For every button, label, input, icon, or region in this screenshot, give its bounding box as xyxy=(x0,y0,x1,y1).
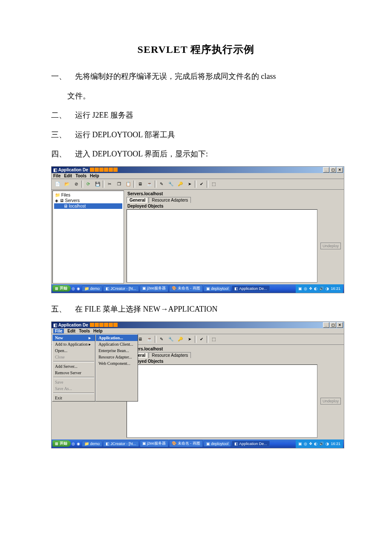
menu-new[interactable]: New▸ xyxy=(52,335,95,341)
close-button[interactable]: ✕ xyxy=(337,322,343,328)
tool-key-icon[interactable]: 🔑 xyxy=(176,180,184,188)
menu-bar: File Edit Tools Help xyxy=(52,173,344,179)
menu-new-web-component[interactable]: Web Component... xyxy=(96,360,138,367)
menu-remove-server[interactable]: Remove Server xyxy=(52,370,95,376)
tool-paste-icon[interactable]: 📋 xyxy=(124,180,133,188)
screenshot-1: ◧ Application De _ ▢ ✕ File Edit Tools H… xyxy=(51,166,344,293)
undeploy-button[interactable]: Undeploy xyxy=(320,398,341,405)
tree-localhost[interactable]: 🖥 localhost xyxy=(54,203,122,209)
task-demo[interactable]: 📁 demo xyxy=(82,441,102,447)
tool-open-icon[interactable]: 📂 xyxy=(63,180,71,188)
tool-check-icon[interactable]: ✔ xyxy=(197,180,206,188)
deployed-objects-list[interactable] xyxy=(127,209,317,283)
tab-general[interactable]: General xyxy=(127,197,148,203)
task-j2ee[interactable]: ▣ j2ee服务器 xyxy=(140,285,169,292)
menu-new-resource-adapter[interactable]: Resource Adapter... xyxy=(96,354,138,360)
tray-icon[interactable]: 🔊 xyxy=(319,442,324,446)
tree-files[interactable]: 📁 Files xyxy=(54,192,122,198)
menu-add-server[interactable]: Add Server... xyxy=(52,363,95,370)
quicklaunch-icon[interactable]: ◉ xyxy=(77,286,81,291)
minimize-button[interactable]: _ xyxy=(323,322,329,328)
tool-edit-icon[interactable]: ✎ xyxy=(157,180,166,188)
tool-ejb-icon[interactable]: ☕ xyxy=(145,180,154,188)
minimize-button[interactable]: _ xyxy=(323,167,329,173)
tool-arrow-icon[interactable]: ➤ xyxy=(185,180,194,188)
tray-icon[interactable]: ▣ xyxy=(298,286,302,291)
tray-icon[interactable]: ◑ xyxy=(326,286,329,291)
tool-deploy-icon[interactable]: ⬚ xyxy=(209,335,218,344)
start-button[interactable]: ⊞ 开始 xyxy=(52,440,71,447)
maximize-button[interactable]: ▢ xyxy=(330,322,336,328)
tab-resource-adapters[interactable]: Resource Adapters xyxy=(149,197,191,203)
tray-icon[interactable]: 🔊 xyxy=(319,286,324,291)
task-paint[interactable]: 🎨 未命名 - 画图 xyxy=(169,440,203,447)
toolbar-separator xyxy=(133,180,135,188)
tool-deploy-icon[interactable]: ⬚ xyxy=(209,180,218,188)
tray-icon[interactable]: ◎ xyxy=(304,286,307,291)
tool-save-icon[interactable]: 💾 xyxy=(93,180,102,188)
tool-close-icon[interactable]: ⊘ xyxy=(72,180,81,188)
task-demo[interactable]: 📁 demo xyxy=(82,286,102,292)
quicklaunch-icon[interactable]: ◎ xyxy=(72,286,76,291)
tray-icon[interactable]: ▣ xyxy=(298,442,302,446)
tree-servers[interactable]: ◈ 🖥 Servers xyxy=(54,198,122,203)
tool-wrench-icon[interactable]: 🔧 xyxy=(167,180,175,188)
task-appde[interactable]: ◧ Application De... xyxy=(232,441,270,447)
start-button[interactable]: ⊞ 开始 xyxy=(52,285,71,292)
window-title: Application De xyxy=(58,323,88,327)
maximize-button[interactable]: ▢ xyxy=(330,167,336,173)
task-appde[interactable]: ◧ Application De... xyxy=(232,286,270,292)
tray-icon[interactable]: ❖ xyxy=(309,286,312,291)
toolbar-separator xyxy=(195,180,196,188)
tool-copy-icon[interactable]: ❐ xyxy=(115,180,123,188)
task-paint[interactable]: 🎨 未命名 - 画图 xyxy=(169,285,203,292)
task-jcreator[interactable]: ◧ JCreator - [ht... xyxy=(103,441,139,447)
task-j2ee[interactable]: ▣ j2ee服务器 xyxy=(140,440,169,447)
menu-edit[interactable]: Edit xyxy=(64,173,72,178)
menu-file[interactable]: File xyxy=(53,329,64,333)
menu-new-app-client[interactable]: Application Client... xyxy=(96,341,138,347)
tool-new-icon[interactable]: 📄 xyxy=(53,180,62,188)
tool-edit-icon[interactable]: ✎ xyxy=(157,335,166,344)
item-number: 一、 xyxy=(51,68,75,85)
quicklaunch-icon[interactable]: ◎ xyxy=(72,442,76,446)
menu-open[interactable]: Open... xyxy=(52,347,95,354)
tree-panel: 📁 Files ◈ 🖥 Servers 🖥 localhost xyxy=(52,191,124,283)
menu-help[interactable]: Help xyxy=(90,173,99,178)
task-deploytool[interactable]: ▣ deploytool xyxy=(204,286,231,292)
deployed-objects-list[interactable] xyxy=(127,364,317,438)
menu-tools[interactable]: Tools xyxy=(79,329,90,333)
app-icon: ◧ xyxy=(53,323,57,327)
tool-arrow-icon[interactable]: ➤ xyxy=(185,335,194,344)
item-number: 四、 xyxy=(51,146,75,163)
menu-file[interactable]: File xyxy=(53,173,61,178)
undeploy-button[interactable]: Undeploy xyxy=(320,243,341,249)
menu-edit[interactable]: Edit xyxy=(67,329,75,333)
task-deploytool[interactable]: ▣ deploytool xyxy=(204,441,231,447)
quicklaunch-icon[interactable]: ◉ xyxy=(77,442,81,446)
menu-add-to-app[interactable]: Add to Application ▸ xyxy=(52,341,95,347)
toolbar-separator xyxy=(207,335,208,343)
tool-server-icon[interactable]: 🖥 xyxy=(136,180,144,188)
tool-ejb-icon[interactable]: ☕ xyxy=(145,335,154,344)
tool-refresh-icon[interactable]: ⟳ xyxy=(84,180,92,188)
task-jcreator[interactable]: ◧ JCreator - [ht... xyxy=(103,286,139,292)
tool-cut-icon[interactable]: ✂ xyxy=(105,180,114,188)
tool-wrench-icon[interactable]: 🔧 xyxy=(167,335,175,344)
window-titlebar: ◧ Application De _ ▢ ✕ xyxy=(52,322,344,328)
tray-icon[interactable]: ◎ xyxy=(304,442,307,446)
tray-icon[interactable]: ◑ xyxy=(326,442,329,446)
tray-icon[interactable]: ◐ xyxy=(314,442,317,446)
tab-resource-adapters[interactable]: Resource Adapters xyxy=(149,352,191,358)
toolbar: 📄 📂 ⊘ ⟳ 💾 ✂ ❐ 📋 🖥 ☕ ✎ 🔧 🔑 ➤ ✔ ⬚ xyxy=(52,179,344,190)
menu-new-application[interactable]: Application... xyxy=(96,335,138,341)
menu-new-ejb[interactable]: Enterprise Bean... xyxy=(96,347,138,354)
tool-check-icon[interactable]: ✔ xyxy=(197,335,206,344)
menu-tools[interactable]: Tools xyxy=(75,173,86,178)
menu-help[interactable]: Help xyxy=(93,329,103,333)
tool-key-icon[interactable]: 🔑 xyxy=(176,335,184,344)
tray-icon[interactable]: ❖ xyxy=(309,442,312,446)
menu-exit[interactable]: Exit xyxy=(52,395,95,401)
close-button[interactable]: ✕ xyxy=(337,167,343,173)
tray-icon[interactable]: ◐ xyxy=(314,286,317,291)
